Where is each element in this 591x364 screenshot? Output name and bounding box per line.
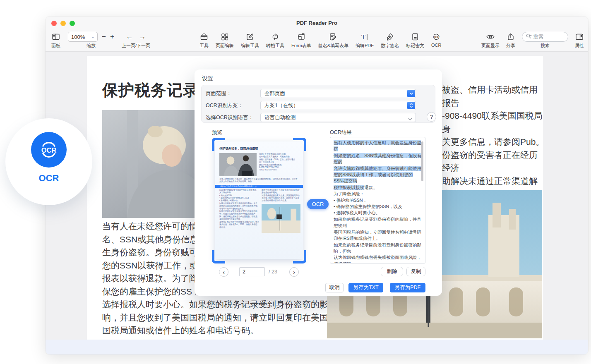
sign-fill-button[interactable]: 签名&填写表单	[318, 32, 348, 49]
ocr-settings-dialog: 设置 页面范围： 全部页面 OCR识别方案： 方案1（在线）	[195, 69, 442, 296]
redact-label: 标记密文	[406, 43, 424, 49]
digital-sign-label: 数字签名	[381, 43, 399, 49]
ocr-language-value: 语言自动检测	[264, 114, 296, 121]
page-range-select[interactable]: 全部页面	[260, 89, 416, 98]
panel-label: 面板	[51, 43, 60, 49]
share-button[interactable]: 分享	[506, 32, 515, 49]
thumbnail-page: 保护税务记录，防范身份盗窃 或者正在寻求帮助解决税务问题 尚未通过正常渠道解决，…	[215, 141, 303, 259]
ocr-result-text: 退款。 为了降低风险： • 保护您的SSN， • 确保您的雇主保护您的SSN，以…	[334, 185, 421, 263]
edit-tools-button[interactable]: 编辑工具	[241, 32, 259, 49]
edit-tools-label: 编辑工具	[241, 43, 259, 49]
thumb-page-input[interactable]	[239, 267, 265, 276]
search-icon	[526, 33, 532, 41]
crop-handle-bottom-right[interactable]	[293, 250, 306, 263]
text-cursor-icon: T	[360, 32, 369, 42]
redact-document-icon	[411, 32, 420, 42]
convert-arrow-icon	[271, 32, 280, 42]
save-as-pdf-button[interactable]: 另存为PDF	[390, 283, 425, 292]
chevron-down-icon	[408, 116, 412, 122]
thumb-next-page-button[interactable]: ›	[289, 267, 299, 277]
thumb-text-bottom-right: 网络钓鱼是为窃取个人和财务信息而创建和使用电子邮件和网站。 对用于身份盗窃的私人…	[262, 189, 300, 202]
crop-handle-bottom-left[interactable]	[212, 250, 225, 263]
thumb-page-total: / 23	[269, 269, 277, 275]
titlebar: PDF Reader Pro	[46, 17, 588, 30]
thumb-text-right: 或者正在寻求帮助解决税务问题 尚未通过正常渠道解决，可能有资格 纳税人倡导服务（…	[259, 153, 295, 176]
delete-button[interactable]: 删除	[381, 267, 403, 276]
screen: PDF Reader Pro 面板 100% ⌄	[0, 0, 591, 364]
page-edit-label: 页面编辑	[216, 43, 234, 49]
ocr-result-box[interactable]: 当有人使用你的个人信息时，就会发生身份盗窃 例如您的姓名、SSN或其他身份信息，…	[330, 137, 425, 263]
ocr-badge-label: OCR	[5, 173, 92, 184]
convert-tools-button[interactable]: 转档工具	[266, 32, 284, 49]
edit-pdf-button[interactable]: T 编辑PDF	[356, 32, 374, 49]
help-button[interactable]: ?	[427, 112, 436, 122]
zoom-group: 100% ⌄ − + 缩放	[68, 32, 114, 49]
tools-button[interactable]: 工具	[199, 32, 209, 49]
properties-panel-icon	[575, 32, 584, 42]
zoom-select[interactable]: 100% ⌄	[68, 32, 98, 42]
cancel-button[interactable]: 取消	[325, 283, 344, 292]
preview-label: 预览	[212, 129, 222, 136]
thumb-people-photo	[219, 153, 257, 176]
chevron-down-icon: ⌄	[91, 35, 94, 39]
ocr-toolbar-button[interactable]: OCR OCR	[431, 32, 441, 48]
thumb-prev-page-button[interactable]: ‹	[219, 267, 228, 277]
previous-page-button[interactable]: ←	[126, 33, 133, 41]
save-as-txt-button[interactable]: 另存为TXT	[348, 283, 383, 292]
panel-button[interactable]: 面板	[51, 32, 60, 49]
form-button[interactable]: Form表单	[291, 32, 311, 49]
zoom-in-button[interactable]: +	[110, 32, 114, 42]
ocr-result-highlighted-text: 当有人使用你的个人信息时，就会发生身份盗窃 例如您的姓名、SSN或其他身份信息，…	[334, 140, 421, 190]
svg-text:OCR: OCR	[41, 146, 57, 154]
search-label: 搜索	[541, 43, 550, 49]
page-range-value: 全部页面	[264, 90, 285, 97]
redact-button[interactable]: 标记密文	[406, 32, 424, 49]
page-display-button[interactable]: 页面显示	[481, 32, 500, 49]
page-nav-label: 上一页/下一页	[122, 43, 150, 49]
thumb-highlight-band: 保护自己免受可疑电子邮件或网络钓鱼计划	[215, 185, 303, 188]
search-group: 搜索	[522, 32, 568, 49]
copy-button[interactable]: 复制	[406, 267, 425, 276]
tools-label: 工具	[199, 43, 209, 49]
svg-text:OCR: OCR	[433, 36, 440, 38]
window-footer-strip	[46, 340, 588, 354]
form-label: Form表单	[291, 43, 311, 49]
sign-form-icon	[329, 32, 338, 42]
ocr-toolbar-label: OCR	[431, 43, 441, 48]
zoom-value: 100%	[71, 34, 85, 40]
ocr-plan-select[interactable]: 方案1（在线）	[260, 101, 416, 110]
convert-tools-label: 转档工具	[266, 43, 284, 49]
result-scrollbar[interactable]	[421, 141, 423, 181]
share-label: 分享	[506, 43, 515, 49]
page-display-label: 页面显示	[481, 43, 500, 49]
edit-pdf-label: 编辑PDF	[356, 43, 374, 49]
dialog-title: 设置	[202, 75, 213, 82]
thumb-text-mid: 当有人使用你的个人信息时，就会发生身份盗窃例如您的姓名、SSN或其他身份信息，但…	[219, 178, 299, 183]
ocr-result-label: OCR结果	[330, 129, 352, 136]
share-icon	[506, 32, 515, 42]
ocr-language-label: 选择OCR识别语言：	[206, 114, 260, 121]
grid-icon	[220, 32, 229, 42]
eye-icon	[485, 32, 495, 42]
chevron-down-icon[interactable]	[407, 90, 415, 97]
zoom-out-button[interactable]: −	[102, 32, 106, 42]
properties-button[interactable]: 属性	[575, 32, 584, 49]
page-edit-button[interactable]: 页面编辑	[216, 32, 234, 49]
settings-panel: 页面范围： 全部页面 OCR识别方案： 方案1（在线）	[201, 85, 435, 123]
search-field[interactable]	[522, 32, 568, 42]
search-input[interactable]	[533, 34, 562, 40]
page-nav-group: ← → 上一页/下一页	[122, 32, 150, 49]
digital-sign-button[interactable]: 数字签名	[381, 32, 399, 49]
crop-handle-top-right[interactable]	[293, 138, 306, 151]
ocr-language-select[interactable]: 语言自动检测	[260, 113, 416, 122]
stepper-icon[interactable]	[407, 102, 415, 109]
next-page-button[interactable]: →	[139, 33, 146, 41]
svg-text:T: T	[361, 34, 365, 41]
thumb-building-photo	[262, 204, 300, 233]
run-ocr-button[interactable]: OCR	[307, 199, 329, 209]
crop-handle-top-left[interactable]	[212, 138, 225, 151]
properties-label: 属性	[575, 43, 584, 49]
ocr-feature-badge[interactable]: OCR OCR	[5, 118, 92, 205]
ocr-badge-icon: OCR	[31, 132, 67, 168]
preview-thumbnail[interactable]: 保护税务记录，防范身份盗窃 或者正在寻求帮助解决税务问题 尚未通过正常渠道解决，…	[212, 138, 306, 263]
